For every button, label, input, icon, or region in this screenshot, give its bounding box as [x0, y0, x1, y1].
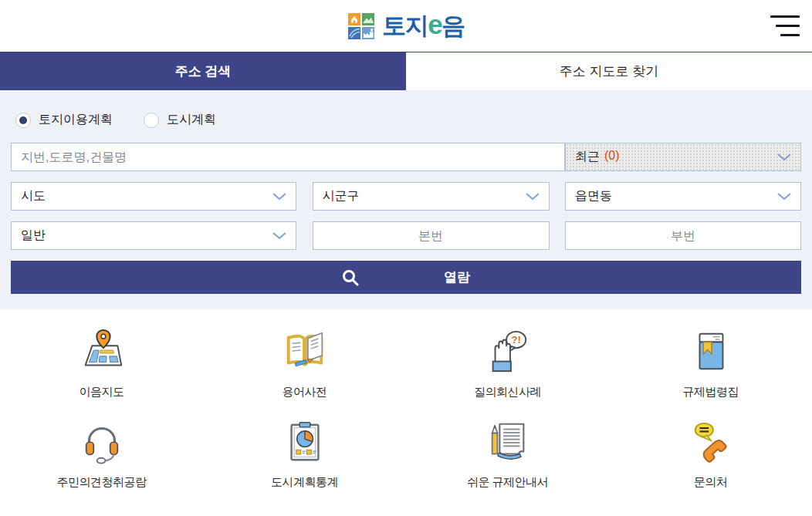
chevron-down-icon [272, 193, 286, 201]
logo-text: 토지e음 [382, 9, 464, 42]
link-label: 규제법령집 [682, 385, 739, 400]
bubun-input[interactable] [565, 221, 801, 250]
search-form: 토지이용계획 도시계획 최근 (0) 시도 시군구 읍면동 [0, 90, 812, 309]
tab-find-on-map[interactable]: 주소 지도로 찾기 [406, 52, 812, 90]
eupmyeondong-value: 읍면동 [575, 188, 612, 204]
hamburger-menu-icon[interactable] [769, 15, 800, 36]
keyword-input[interactable] [11, 143, 565, 171]
radio-land-use-plan[interactable]: 토지이용계획 [15, 112, 113, 128]
bun-type-value: 일반 [21, 228, 46, 244]
sido-value: 시도 [21, 188, 46, 204]
link-public-opinion[interactable]: 주민의견청취공람 [0, 417, 203, 490]
view-button-label: 열람 [444, 268, 470, 286]
view-button[interactable]: 열람 [11, 261, 801, 294]
phone-icon [687, 417, 735, 466]
quick-links: 이음지도 용어사전 [0, 309, 812, 494]
link-label: 주민의견청취공람 [57, 475, 147, 490]
recent-text: 최근 (0) [575, 149, 620, 165]
link-label: 문의처 [694, 475, 728, 490]
guide-icon [484, 417, 532, 466]
link-label: 질의회신사례 [474, 385, 541, 400]
quick-links-row-2: 주민의견청취공람 도시계획통계 [0, 417, 812, 490]
link-inquiry-cases[interactable]: ?! 질의회신사례 [406, 326, 609, 400]
region-row: 시도 시군구 읍면동 [11, 182, 801, 211]
link-glossary[interactable]: 용어사전 [203, 326, 406, 400]
map-icon [78, 326, 126, 376]
lawbook-icon [687, 326, 735, 376]
svg-text:?!: ?! [511, 334, 521, 346]
sigungu-select[interactable]: 시군구 [313, 182, 550, 211]
recent-select[interactable]: 최근 (0) [565, 143, 801, 171]
menu-bar [770, 15, 800, 18]
quick-links-row-1: 이음지도 용어사전 [0, 326, 812, 400]
radio-label: 도시계획 [167, 112, 216, 128]
link-contact[interactable]: 문의처 [609, 417, 812, 490]
menu-bar [776, 25, 800, 27]
tab-address-search[interactable]: 주소 검색 [0, 52, 406, 90]
link-label: 용어사전 [283, 385, 327, 400]
radio-circle [15, 113, 31, 128]
radio-circle [144, 113, 159, 128]
recent-count: (0) [604, 149, 620, 165]
plan-type-radios: 토지이용계획 도시계획 [15, 112, 801, 128]
chevron-down-icon [777, 153, 791, 161]
link-label: 이음지도 [80, 385, 124, 400]
radio-label: 토지이용계획 [39, 112, 113, 128]
statistics-icon [281, 417, 329, 466]
search-icon [342, 269, 359, 286]
chevron-down-icon [526, 193, 540, 201]
link-regulation-lawbook[interactable]: 규제법령집 [609, 326, 812, 400]
toji-eum-logo-icon [347, 12, 375, 40]
parcel-row: 일반 [11, 221, 801, 250]
chevron-down-icon [272, 232, 286, 240]
chevron-down-icon [777, 193, 791, 201]
radio-city-plan[interactable]: 도시계획 [144, 112, 216, 128]
toji-eum-logo[interactable]: 토지e음 [347, 9, 464, 42]
menu-bar [780, 34, 800, 36]
link-label: 쉬운 규제안내서 [467, 475, 548, 490]
bonbun-input[interactable] [313, 221, 550, 250]
keyword-row: 최근 (0) [11, 143, 801, 171]
inquiry-icon: ?! [484, 326, 532, 376]
link-city-plan-statistics[interactable]: 도시계획통계 [203, 417, 406, 490]
header: 토지e음 [0, 0, 812, 52]
eupmyeondong-select[interactable]: 읍면동 [565, 182, 801, 211]
recent-label: 최근 [575, 149, 600, 165]
link-eum-map[interactable]: 이음지도 [0, 326, 203, 400]
tab-bar: 주소 검색 주소 지도로 찾기 [0, 52, 812, 90]
link-easy-regulation-guide[interactable]: 쉬운 규제안내서 [406, 417, 609, 490]
sigungu-value: 시군구 [323, 188, 360, 204]
link-label: 도시계획통계 [271, 475, 338, 490]
bun-type-select[interactable]: 일반 [11, 221, 296, 250]
sido-select[interactable]: 시도 [11, 182, 296, 211]
headset-icon [78, 417, 126, 466]
dictionary-icon [281, 326, 329, 376]
